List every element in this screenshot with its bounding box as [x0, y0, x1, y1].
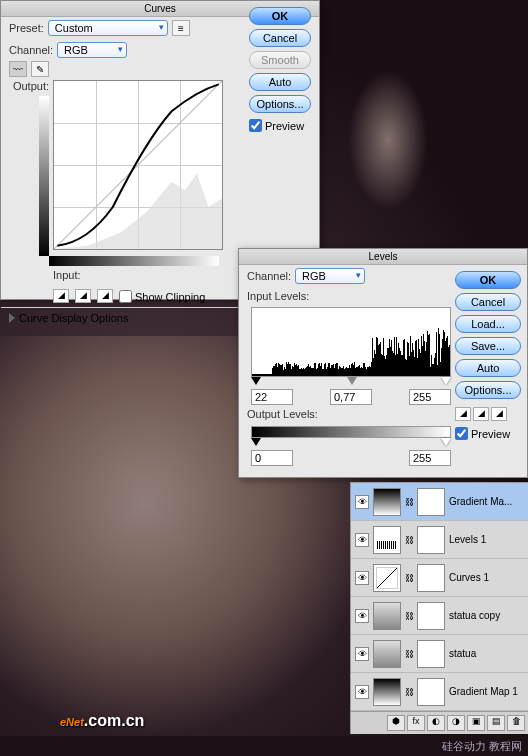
layer-name[interactable]: Gradient Map 1: [449, 686, 524, 697]
preset-menu-icon[interactable]: ≡: [172, 20, 190, 36]
gray-point-eyedropper-icon[interactable]: ◢: [75, 289, 91, 303]
black-input[interactable]: [251, 389, 293, 405]
output-label: Output:: [13, 80, 49, 92]
layer-row[interactable]: 👁 ⛓ Levels 1: [351, 521, 528, 559]
ok-button[interactable]: OK: [249, 7, 311, 25]
link-icon: ⛓: [405, 535, 413, 545]
layer-mask-thumb[interactable]: [417, 640, 445, 668]
white-slider-icon[interactable]: [441, 377, 451, 385]
preset-select[interactable]: Custom: [48, 20, 168, 36]
layer-thumb[interactable]: [373, 602, 401, 630]
layer-mask-thumb[interactable]: [417, 488, 445, 516]
save-button[interactable]: Save...: [455, 337, 521, 355]
channel-select[interactable]: RGB: [57, 42, 127, 58]
lv-white-eyedropper-icon[interactable]: ◢: [491, 407, 507, 421]
link-layers-icon[interactable]: ⬢: [387, 715, 405, 731]
layer-thumb[interactable]: [373, 640, 401, 668]
visibility-eye-icon[interactable]: 👁: [355, 609, 369, 623]
curve-graph[interactable]: [53, 80, 223, 250]
lv-black-eyedropper-icon[interactable]: ◢: [455, 407, 471, 421]
visibility-eye-icon[interactable]: 👁: [355, 571, 369, 585]
out-black-slider-icon[interactable]: [251, 438, 261, 446]
disclosure-triangle-icon: [9, 313, 15, 323]
layer-row[interactable]: 👁 ⛓ Gradient Map 1: [351, 673, 528, 711]
visibility-eye-icon[interactable]: 👁: [355, 647, 369, 661]
input-label: Input:: [53, 269, 81, 281]
levels-preview-checkbox[interactable]: Preview: [455, 427, 521, 440]
white-input[interactable]: [409, 389, 451, 405]
levels-auto-button[interactable]: Auto: [455, 359, 521, 377]
layer-thumb[interactable]: [373, 564, 401, 592]
gamma-slider-icon[interactable]: [347, 377, 357, 385]
layer-row[interactable]: 👁 ⛓ Curves 1: [351, 559, 528, 597]
trash-icon[interactable]: 🗑: [507, 715, 525, 731]
link-icon: ⛓: [405, 649, 413, 659]
out-white-input[interactable]: [409, 450, 451, 466]
layer-mask-thumb[interactable]: [417, 564, 445, 592]
layer-name[interactable]: statua: [449, 648, 524, 659]
cancel-button[interactable]: Cancel: [249, 29, 311, 47]
lv-gray-eyedropper-icon[interactable]: ◢: [473, 407, 489, 421]
preview-checkbox[interactable]: Preview: [249, 119, 311, 132]
smooth-button[interactable]: Smooth: [249, 51, 311, 69]
gamma-input[interactable]: [330, 389, 372, 405]
output-gradient-strip: [39, 96, 49, 256]
out-black-input[interactable]: [251, 450, 293, 466]
new-layer-icon[interactable]: ▤: [487, 715, 505, 731]
link-icon: ⛓: [405, 573, 413, 583]
layer-name[interactable]: Levels 1: [449, 534, 524, 545]
layer-mask-thumb[interactable]: [417, 602, 445, 630]
curve-tool-icon[interactable]: 〰: [9, 61, 27, 77]
watermark: eNet.com.cn: [60, 704, 144, 732]
out-white-slider-icon[interactable]: [441, 438, 451, 446]
levels-options-button[interactable]: Options...: [455, 381, 521, 399]
layer-mask-thumb[interactable]: [417, 526, 445, 554]
white-point-eyedropper-icon[interactable]: ◢: [97, 289, 113, 303]
show-clipping-checkbox[interactable]: Show Clipping: [119, 290, 205, 303]
levels-channel-label: Channel:: [247, 270, 291, 282]
layers-toolbar: ⬢ fx ◐ ◑ ▣ ▤ 🗑: [351, 711, 528, 734]
output-gradient[interactable]: [251, 426, 451, 438]
load-button[interactable]: Load...: [455, 315, 521, 333]
visibility-eye-icon[interactable]: 👁: [355, 685, 369, 699]
levels-ok-button[interactable]: OK: [455, 271, 521, 289]
levels-titlebar[interactable]: Levels: [239, 249, 527, 265]
black-slider-icon[interactable]: [251, 377, 261, 385]
layer-thumb[interactable]: [373, 678, 401, 706]
folder-icon[interactable]: ▣: [467, 715, 485, 731]
layer-name[interactable]: Gradient Ma...: [449, 496, 524, 507]
histogram[interactable]: [251, 307, 451, 377]
output-levels-label: Output Levels:: [247, 408, 318, 420]
mask-icon[interactable]: ◐: [427, 715, 445, 731]
input-sliders[interactable]: [251, 377, 451, 387]
layer-thumb[interactable]: [373, 526, 401, 554]
layer-row[interactable]: 👁 ⛓ statua copy: [351, 597, 528, 635]
levels-cancel-button[interactable]: Cancel: [455, 293, 521, 311]
options-button[interactable]: Options...: [249, 95, 311, 113]
pencil-tool-icon[interactable]: ✎: [31, 61, 49, 77]
layer-thumb[interactable]: [373, 488, 401, 516]
layer-mask-thumb[interactable]: [417, 678, 445, 706]
statue-arm-graphic: [348, 70, 428, 210]
fx-icon[interactable]: fx: [407, 715, 425, 731]
auto-button[interactable]: Auto: [249, 73, 311, 91]
visibility-eye-icon[interactable]: 👁: [355, 533, 369, 547]
layer-name[interactable]: Curves 1: [449, 572, 524, 583]
visibility-eye-icon[interactable]: 👁: [355, 495, 369, 509]
link-icon: ⛓: [405, 687, 413, 697]
adjustment-icon[interactable]: ◑: [447, 715, 465, 731]
black-point-eyedropper-icon[interactable]: ◢: [53, 289, 69, 303]
layer-row[interactable]: 👁 ⛓ Gradient Ma...: [351, 483, 528, 521]
input-gradient-strip: [49, 256, 219, 266]
link-icon: ⛓: [405, 497, 413, 507]
layers-panel: 👁 ⛓ Gradient Ma...👁 ⛓ Levels 1👁 ⛓ Curves…: [350, 482, 528, 734]
channel-label: Channel:: [9, 44, 53, 56]
output-sliders[interactable]: [251, 438, 451, 448]
levels-channel-select[interactable]: RGB: [295, 268, 365, 284]
layer-name[interactable]: statua copy: [449, 610, 524, 621]
layer-row[interactable]: 👁 ⛓ statua: [351, 635, 528, 673]
preset-label: Preset:: [9, 22, 44, 34]
footer-text: 硅谷动力 教程网: [0, 736, 528, 756]
levels-dialog: Levels Channel: RGB Input Levels: Output…: [238, 248, 528, 478]
link-icon: ⛓: [405, 611, 413, 621]
